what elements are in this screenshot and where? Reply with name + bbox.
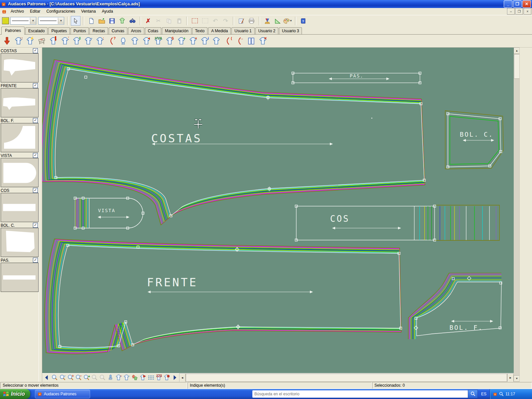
horizontal-scrollbar-thumb[interactable] — [186, 374, 507, 382]
zoom-next-icon[interactable] — [99, 374, 106, 381]
marquee-select-icon[interactable] — [190, 16, 200, 26]
piece-curve-icon[interactable]: ~ — [83, 36, 93, 47]
zoom-piece-icon[interactable]: ▴ — [83, 374, 90, 381]
new-file-icon[interactable] — [86, 16, 96, 26]
line-width-select[interactable]: ▼ — [38, 17, 64, 25]
tab[interactable]: Usuario 1 — [231, 27, 254, 34]
piece-thumbnail[interactable] — [1, 123, 39, 152]
horizontal-scrollbar[interactable]: ◄ ► — [179, 373, 514, 382]
cut-icon[interactable]: ✂ — [154, 16, 163, 26]
piece-thumbnail[interactable] — [1, 88, 39, 117]
tab[interactable]: A Medida — [208, 27, 231, 34]
set-square-icon[interactable] — [273, 16, 282, 26]
sidebar-piece-item[interactable]: VISTA ✓ — [0, 153, 39, 187]
open-file-icon[interactable] — [97, 16, 106, 26]
tab[interactable]: Cotas — [145, 27, 161, 34]
piece-add-icon[interactable]: + — [176, 36, 187, 47]
undo-icon[interactable]: ↶ — [210, 16, 220, 26]
curves-pair-icon[interactable]: ( — [223, 36, 233, 47]
pieces-pair-icon[interactable]: ‖ — [71, 36, 82, 47]
tab[interactable]: Usuario 2 — [255, 27, 278, 34]
mdi-close-button[interactable]: × — [524, 8, 531, 15]
curve-measure-icon[interactable]: → — [234, 36, 245, 47]
piece-seam-icon[interactable]: S — [165, 36, 175, 47]
pieces-order-icon[interactable]: 123 — [155, 374, 162, 381]
piece-thumbnail[interactable] — [1, 193, 39, 222]
piece-thumbnail[interactable] — [1, 53, 39, 82]
pleats-icon[interactable] — [246, 36, 256, 47]
menu-item[interactable]: Archivo — [8, 8, 27, 15]
curve-question-icon[interactable]: ? — [106, 36, 117, 47]
piece-hva-icon[interactable]: HVA — [153, 36, 163, 47]
color-swatch[interactable] — [2, 17, 9, 24]
plot-icon[interactable] — [262, 16, 272, 26]
zoom-tool-icon[interactable] — [51, 374, 58, 381]
taskbar-task-button[interactable]: Audaces Patrones — [35, 390, 90, 398]
piece-info-icon[interactable]: i — [200, 36, 210, 47]
language-indicator[interactable]: ES — [478, 392, 490, 396]
piece-flag-icon[interactable]: ◄ — [141, 36, 152, 47]
vertical-scrollbar-thumb[interactable] — [514, 54, 520, 79]
zoom-in-icon[interactable]: + — [67, 374, 74, 381]
tab[interactable]: Patrones — [1, 27, 25, 35]
tab[interactable]: Usuario 3 — [279, 27, 302, 34]
pattern-canvas[interactable]: COSTAS FRENTE VISTA COS PAS. BOL. C. BOL… — [42, 48, 514, 373]
mdi-restore-button[interactable]: ❐ — [515, 8, 523, 15]
paste-icon[interactable] — [174, 16, 184, 26]
restore-button[interactable]: ❐ — [513, 0, 522, 8]
zoom-out-icon[interactable]: − — [75, 374, 82, 381]
sidebar-piece-item[interactable]: BOL. F. ✓ — [0, 118, 39, 152]
piece-stitch-icon[interactable]: ⁚ — [60, 36, 70, 47]
tab[interactable]: Arcos — [128, 27, 144, 34]
drafting-table-icon[interactable] — [37, 36, 47, 47]
minimize-button[interactable]: _ — [504, 0, 512, 8]
redo-icon[interactable]: ↷ — [221, 16, 230, 26]
piece-dart-icon[interactable]: : — [95, 36, 105, 47]
piece-visible-checkbox[interactable]: ✓ — [33, 153, 38, 158]
search-go-button[interactable] — [468, 390, 478, 398]
document-icon[interactable] — [2, 9, 7, 14]
copy-icon[interactable] — [164, 16, 174, 26]
help-icon[interactable]: ? — [299, 16, 308, 26]
piece-blank-icon[interactable] — [130, 36, 140, 47]
next-piece-icon[interactable]: ▶ — [139, 374, 146, 381]
vertical-scrollbar[interactable]: ▲ ▼ — [514, 48, 519, 382]
tab[interactable]: Piquetes — [48, 27, 70, 34]
desktop-search-input[interactable] — [252, 391, 468, 397]
menu-item[interactable]: Configuraciones — [43, 8, 78, 15]
collapse-toolbar-icon[interactable] — [2, 36, 12, 47]
digitize-icon[interactable] — [236, 16, 246, 26]
menu-item[interactable]: Ventana — [78, 8, 99, 15]
locate-piece-icon[interactable]: ○ — [115, 374, 122, 381]
zoom-window-icon[interactable]: ⌐ — [59, 374, 66, 381]
line-style-select[interactable]: ▼ — [10, 17, 36, 25]
piece-bar-icon[interactable]: ▌ — [48, 36, 59, 47]
piece-thumbnail[interactable] — [1, 158, 39, 187]
tab[interactable]: Manipulación — [162, 27, 192, 34]
piece-marquee-icon[interactable]: ∷ — [13, 36, 24, 47]
desktop-search-box[interactable] — [252, 390, 468, 398]
piece-visible-checkbox[interactable]: ✓ — [33, 258, 38, 263]
piece-flash-icon[interactable]: ⚡ — [25, 36, 35, 47]
sidebar-piece-item[interactable]: COS ✓ — [0, 188, 39, 222]
tab[interactable]: Curvas — [109, 27, 127, 34]
piece-visible-checkbox[interactable]: ✓ — [33, 188, 38, 193]
mannequin-icon[interactable] — [118, 36, 128, 47]
piece-catalog-icon[interactable] — [117, 16, 127, 26]
grid-icon[interactable] — [147, 374, 154, 381]
sidebar-piece-item[interactable]: PAS. ✓ — [0, 258, 39, 292]
palette-icon[interactable]: ▼ — [283, 16, 293, 26]
scroll-left-icon[interactable] — [43, 374, 50, 381]
piece-thumbnail[interactable] — [1, 263, 39, 292]
piece-contour-icon[interactable] — [211, 36, 221, 47]
zoom-prev-icon[interactable] — [91, 374, 98, 381]
piece-search-icon[interactable]: ✕ — [258, 36, 268, 47]
menu-item[interactable]: Ayuda — [99, 8, 116, 15]
start-button[interactable]: Inicio — [0, 389, 30, 399]
marquee-pick-icon[interactable] — [200, 16, 210, 26]
close-button[interactable]: ✕ — [522, 0, 531, 8]
sidebar-piece-item[interactable]: FRENTE ✓ — [0, 83, 39, 117]
tab[interactable]: Rectas — [89, 27, 108, 34]
print-icon[interactable] — [247, 16, 256, 26]
find-icon[interactable] — [128, 16, 137, 26]
